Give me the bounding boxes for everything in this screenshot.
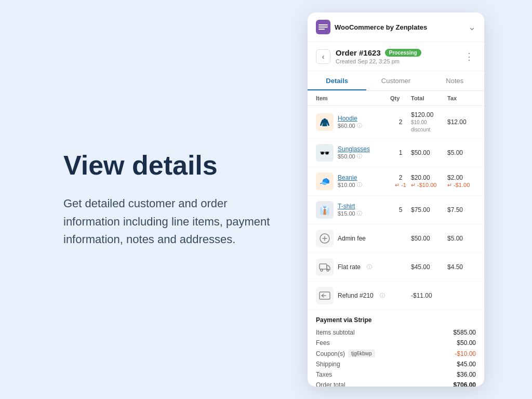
item-thumbnail: 👔 (316, 201, 334, 219)
col-tax: Tax (447, 95, 476, 101)
panel-header: WooCommerce by Zenplates ⌄ (308, 12, 484, 42)
qty-cell: 5 (390, 206, 411, 214)
payment-label: Coupon(s) (316, 350, 345, 357)
qty-cell: 1 (390, 149, 411, 156)
panel-header-left: WooCommerce by Zenplates (316, 20, 427, 34)
total-cell: $75.00 (411, 206, 447, 214)
item-info: Beanie $10.00 ⓘ (338, 174, 362, 189)
page-description: Get detailed customer and order informat… (63, 195, 282, 248)
item-info: T-shirt $15.00 ⓘ (338, 203, 362, 217)
total-cell: $50.00 (411, 149, 447, 156)
fee-name: Refund #210 (338, 292, 374, 299)
collapse-icon[interactable]: ⌄ (468, 21, 476, 33)
qty-cell: 2 (390, 118, 411, 126)
tax-cell: $7.50 (447, 206, 476, 214)
payment-row: Taxes $36.00 (316, 371, 476, 378)
order-panel: WooCommerce by Zenplates ⌄ ‹ Order #1623… (308, 12, 484, 387)
tab-details[interactable]: Details (308, 71, 366, 90)
order-number: Order #1623 (336, 48, 381, 57)
tabs: Details Customer Notes (308, 71, 484, 91)
item-name[interactable]: T-shirt (338, 203, 362, 210)
refund-total: ↵ -$10.00 (411, 182, 436, 188)
content-area: Item Qty Total Tax 🧥 Hoodie $60.00 ⓘ 2 $… (308, 91, 484, 387)
item-price: $10.00 ⓘ (338, 181, 362, 189)
info-icon: ⓘ (357, 122, 362, 129)
col-total: Total (411, 95, 447, 101)
total-cell: $20.00↵ -$10.00 (411, 174, 447, 189)
refund-icon (316, 287, 334, 304)
fee-cell: Refund #210 ⓘ (316, 287, 390, 304)
payment-label: Shipping (316, 361, 340, 368)
fee-cell: Flat rate ⓘ (316, 258, 390, 276)
fee-name: Flat rate (338, 263, 361, 271)
tab-notes[interactable]: Notes (425, 71, 484, 90)
payment-title: Payment via Stripe (316, 316, 476, 324)
col-item: Item (316, 95, 390, 101)
page-title: View details (63, 151, 282, 180)
order-info: Order #1623 Processing Created Sep 22, 3… (336, 48, 457, 64)
svg-point-4 (321, 269, 323, 271)
item-info: Sunglasses $50.00 ⓘ (338, 145, 370, 160)
item-thumbnail: 🧢 (316, 172, 334, 190)
total-cell: $50.00 (411, 235, 447, 242)
info-icon: ⓘ (380, 292, 385, 299)
table-row: 🧢 Beanie $10.00 ⓘ 2↵ -1 $20.00↵ -$10.00 … (308, 167, 484, 196)
info-icon: ⓘ (357, 153, 362, 160)
order-date: Created Sep 22, 3:25 pm (336, 58, 457, 64)
payment-label: Items subtotal (316, 329, 355, 336)
info-icon: ⓘ (357, 181, 362, 189)
fee-row: Admin fee $50.00 $5.00 (308, 224, 484, 253)
tax-cell: $2.00↵ -$1.00 (447, 174, 476, 189)
payment-label: Taxes (316, 371, 332, 378)
item-name[interactable]: Sunglasses (338, 145, 370, 153)
refund-qty: ↵ -1 (395, 182, 406, 188)
item-cell: 🧢 Beanie $10.00 ⓘ (316, 172, 390, 190)
item-cell: 👔 T-shirt $15.00 ⓘ (316, 201, 390, 219)
item-price: $60.00 ⓘ (338, 122, 362, 129)
refund-tax: ↵ -$1.00 (447, 182, 470, 188)
total-cell: -$11.00 (411, 292, 447, 299)
qty-cell: 2↵ -1 (390, 174, 411, 189)
item-price: $50.00 ⓘ (338, 153, 370, 160)
coupon-badge: tjg6kbwp (348, 350, 375, 357)
payment-row: Shipping $45.00 (316, 361, 476, 368)
tax-cell: $12.00 (447, 118, 476, 126)
tax-cell: $4.50 (447, 263, 476, 271)
back-button[interactable]: ‹ (316, 49, 330, 64)
payment-row: Coupon(s) tjg6kbwp -$10.00 (316, 350, 476, 357)
fee-cell: Admin fee (316, 230, 390, 247)
more-button[interactable]: ⋮ (462, 49, 476, 64)
fee-name: Admin fee (338, 235, 366, 242)
payment-value: $585.00 (454, 329, 476, 336)
table-row: 🧥 Hoodie $60.00 ⓘ 2 $120.00$10.00 discou… (308, 106, 484, 139)
payment-row: Fees $50.00 (316, 339, 476, 347)
table-row: 🕶️ Sunglasses $50.00 ⓘ 1 $50.00 $5.00 (308, 139, 484, 167)
shipping-icon (316, 258, 334, 276)
total-cell: $45.00 (411, 263, 447, 271)
left-content: View details Get detailed customer and o… (37, 119, 308, 279)
payment-value: $50.00 (457, 339, 476, 347)
coupon-label-row: Coupon(s) tjg6kbwp (316, 350, 375, 357)
info-icon: ⓘ (357, 210, 362, 217)
item-thumbnail: 🕶️ (316, 144, 334, 162)
svg-rect-3 (320, 264, 327, 269)
table-header: Item Qty Total Tax (308, 91, 484, 106)
item-info: Hoodie $60.00 ⓘ (338, 115, 362, 129)
item-name[interactable]: Beanie (338, 174, 362, 181)
table-row: 👔 T-shirt $15.00 ⓘ 5 $75.00 $7.50 (308, 196, 484, 224)
panel-header-title: WooCommerce by Zenplates (335, 23, 427, 31)
total-cell: $120.00$10.00 discount (411, 111, 447, 133)
item-cell: 🕶️ Sunglasses $50.00 ⓘ (316, 144, 390, 162)
woo-logo (316, 20, 330, 34)
payment-value: $45.00 (457, 361, 476, 368)
fee-icon (316, 230, 334, 247)
order-total-value: $706.00 (454, 381, 476, 387)
tab-customer[interactable]: Customer (366, 71, 425, 90)
payment-label: Fees (316, 339, 330, 347)
fee-row: Flat rate ⓘ $45.00 $4.50 (308, 253, 484, 282)
order-title-row: Order #1623 Processing (336, 48, 457, 57)
item-name[interactable]: Hoodie (338, 115, 362, 122)
order-header: ‹ Order #1623 Processing Created Sep 22,… (308, 42, 484, 71)
status-badge: Processing (385, 49, 421, 57)
fee-row: Refund #210 ⓘ -$11.00 (308, 282, 484, 310)
